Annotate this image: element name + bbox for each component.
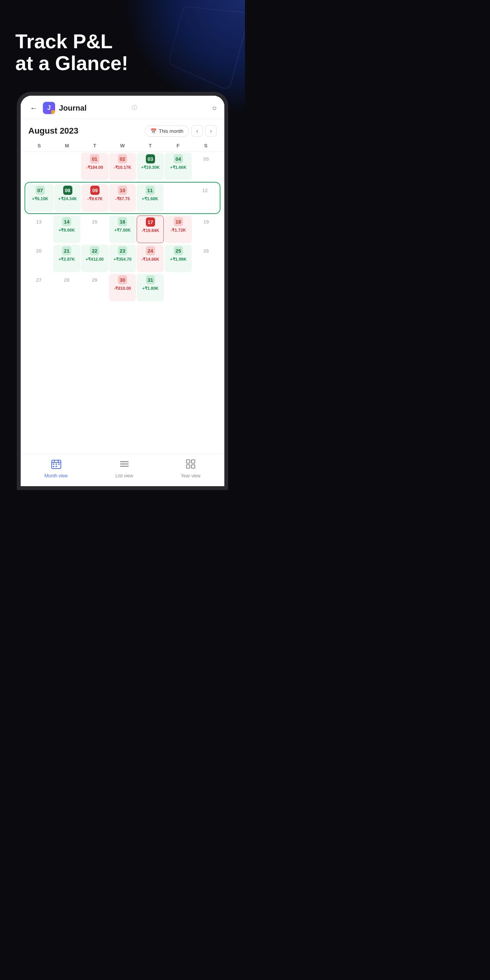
calendar-rows: 01 -₹184.00 02 -₹10.17K 03 +₹19.30K 04 +… — [21, 152, 224, 454]
pnl-aug07: +₹6.10K — [32, 196, 48, 201]
cal-cell-aug12: 12 — [191, 184, 218, 212]
nav-item-list-view[interactable]: List view — [116, 459, 133, 479]
cal-cell-aug24[interactable]: 24 -₹14.66K — [137, 245, 164, 272]
day-num-01: 01 — [90, 154, 99, 163]
day-num-19: 19 — [202, 217, 211, 226]
hero-title-line1: Track P&L — [15, 31, 128, 52]
day-num-07: 07 — [36, 186, 45, 195]
pnl-aug02: -₹10.17K — [114, 165, 131, 170]
cal-cell-aug04[interactable]: 04 +₹1.66K — [165, 153, 192, 180]
svg-rect-13 — [191, 460, 195, 463]
svg-rect-6 — [58, 464, 60, 465]
cal-cell-empty-2 — [164, 184, 191, 212]
day-num-20: 20 — [34, 246, 43, 255]
bottom-nav: Month view List view — [21, 454, 224, 486]
prev-month-button[interactable]: ‹ — [191, 125, 203, 137]
cal-cell-aug08[interactable]: 08 +₹24.34K — [54, 184, 81, 212]
app-logo: J — [43, 102, 55, 114]
cal-cell-aug18[interactable]: 18 -₹1.72K — [165, 216, 192, 243]
svg-rect-5 — [56, 464, 57, 465]
day-num-31: 31 — [146, 275, 155, 284]
cal-cell-aug05: 05 — [193, 153, 220, 180]
calendar-section: August 2023 📅 This month ‹ › S M T W T F — [21, 119, 224, 454]
day-header-tue: T — [81, 140, 109, 152]
cal-cell-aug31[interactable]: 31 +₹1.80K — [137, 274, 164, 301]
pnl-aug17: -₹19.84K — [142, 228, 159, 233]
day-num-30: 30 — [118, 275, 127, 284]
hero-section: Track P&L at a Glance! — [15, 31, 128, 74]
day-num-23: 23 — [118, 246, 127, 255]
cal-cell-aug02[interactable]: 02 -₹10.17K — [109, 153, 136, 180]
day-header-thu: T — [136, 140, 164, 152]
cal-cell-aug07[interactable]: 07 +₹6.10K — [27, 184, 54, 212]
cal-cell-aug03[interactable]: 03 +₹19.30K — [137, 153, 164, 180]
cal-cell-aug29: 29 — [81, 274, 108, 301]
day-num-09: 09 — [90, 186, 100, 195]
day-num-25: 25 — [174, 246, 183, 255]
pnl-aug11: +₹1.68K — [142, 196, 158, 201]
day-num-18: 18 — [174, 217, 183, 226]
svg-rect-8 — [56, 466, 57, 467]
day-header-mon: M — [53, 140, 81, 152]
day-num-28: 28 — [62, 275, 71, 284]
day-num-13: 13 — [34, 217, 43, 226]
cal-cell-aug25[interactable]: 25 +₹1.99K — [165, 245, 192, 272]
this-month-button[interactable]: 📅 This month — [145, 126, 189, 137]
cal-cell-empty-end1 — [165, 274, 192, 301]
cal-cell-aug16[interactable]: 16 +₹7.00K — [109, 216, 136, 243]
day-headers: S M T W T F S — [21, 140, 224, 152]
back-button[interactable]: ← — [28, 102, 39, 114]
day-num-15: 15 — [90, 217, 99, 226]
cal-cell-aug19: 19 — [193, 216, 220, 243]
cal-cell-empty-end2 — [193, 274, 220, 301]
pnl-aug04: +₹1.66K — [170, 165, 186, 170]
background-cube — [168, 6, 245, 91]
next-month-button[interactable]: › — [205, 125, 217, 137]
day-num-11: 11 — [145, 186, 155, 195]
day-header-sat: S — [192, 140, 220, 152]
hero-title-line2: at a Glance! — [15, 52, 128, 74]
day-num-14: 14 — [62, 217, 71, 226]
day-num-16: 16 — [118, 217, 127, 226]
this-month-label: This month — [159, 128, 183, 134]
nav-controls: 📅 This month ‹ › — [145, 125, 217, 137]
month-view-label: Month view — [44, 473, 68, 479]
day-num-03: 03 — [146, 154, 155, 163]
logo-letter: J — [47, 105, 51, 111]
cal-cell-aug26: 26 — [193, 245, 220, 272]
week-row-4: 20 21 +₹2.87K 22 +₹412.00 23 +₹354.70 — [21, 244, 224, 273]
cal-cell-aug10[interactable]: 10 -₹87.75 — [109, 184, 136, 212]
app-title: Journal — [59, 104, 126, 113]
pnl-aug16: +₹7.00K — [114, 228, 131, 233]
pnl-aug25: +₹1.99K — [170, 257, 186, 262]
cal-cell-aug11[interactable]: 11 +₹1.68K — [137, 184, 163, 212]
day-header-fri: F — [164, 140, 192, 152]
nav-item-month-view[interactable]: Month view — [44, 459, 68, 479]
cal-cell-aug30[interactable]: 30 -₹810.00 — [109, 274, 136, 301]
search-icon[interactable]: ○ — [212, 104, 217, 113]
svg-rect-7 — [53, 466, 54, 467]
day-num-10: 10 — [118, 186, 127, 195]
cal-cell-aug22[interactable]: 22 +₹412.00 — [81, 245, 108, 272]
app-header: ← J Journal ⓘ ○ — [21, 96, 224, 119]
list-view-label: List view — [116, 473, 133, 479]
cal-cell-aug01[interactable]: 01 -₹184.00 — [81, 153, 108, 180]
week-row-1: 01 -₹184.00 02 -₹10.17K 03 +₹19.30K 04 +… — [21, 152, 224, 181]
day-num-26: 26 — [202, 246, 211, 255]
cal-cell-aug21[interactable]: 21 +₹2.87K — [53, 245, 80, 272]
nav-item-year-view[interactable]: Year view — [181, 459, 201, 479]
cal-cell-aug09[interactable]: 09 -₹9.67K — [82, 184, 108, 212]
cal-cell-empty — [53, 153, 80, 180]
list-view-icon — [119, 459, 130, 472]
year-view-label: Year view — [181, 473, 201, 479]
cal-cell-aug23[interactable]: 23 +₹354.70 — [109, 245, 136, 272]
cal-cell-aug17[interactable]: 17 -₹19.84K — [137, 216, 164, 243]
pnl-aug09: -₹9.67K — [87, 196, 103, 201]
week-row-3: 13 14 +₹9.00K 15 16 +₹7.00K 17 — [21, 215, 224, 244]
svg-rect-12 — [186, 460, 190, 463]
cal-cell-empty — [25, 153, 52, 180]
cal-cell-aug14[interactable]: 14 +₹9.00K — [53, 216, 80, 243]
svg-rect-4 — [53, 464, 54, 465]
pnl-aug03: +₹19.30K — [141, 165, 160, 170]
info-icon[interactable]: ⓘ — [132, 105, 137, 111]
